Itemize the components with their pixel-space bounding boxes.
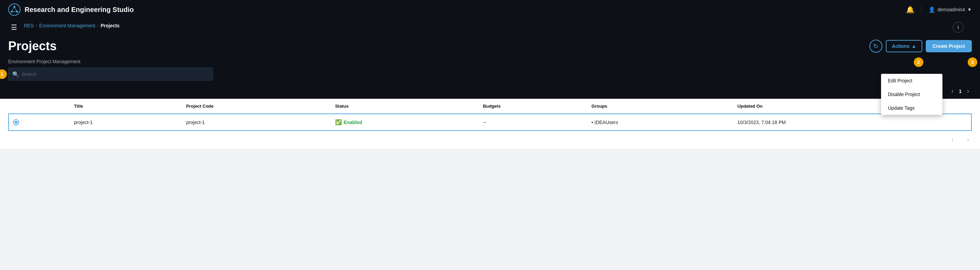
badge-1: 1 [0,69,7,79]
projects-table: Title Project Code Status Budgets Groups… [8,99,972,131]
page-number-top: 1 [959,88,962,94]
dropdown-update-tags[interactable]: Update Tags [881,101,942,115]
username: demoadmin4 [937,7,965,12]
user-menu[interactable]: 👤 demoadmin4 ▼ [929,6,972,13]
page-title: Projects [8,39,57,53]
page-number-bottom: 1 [959,137,962,143]
search-input[interactable] [8,68,213,81]
col-header-budgets: Budgets [479,99,587,114]
col-header-status: Status [331,99,479,114]
row-title: project-1 [70,114,182,131]
col-header-groups: Groups [587,99,733,114]
breadcrumb-arrow-1: › [36,23,37,28]
pagination-bottom: ‹ 1 › [0,131,980,149]
sub-header-wrapper: ☰ RES › Environment Management › Project… [0,19,980,59]
row-groups: •IDEAUsers [587,114,733,131]
search-icon: 🔍 [12,71,19,78]
sub-header: Projects ↻ Actions ▲ Create Project 2 [0,35,980,59]
badge-2: 2 [914,58,923,67]
user-caret: ▼ [967,7,972,12]
badge-3: 3 [968,58,977,67]
breadcrumb-res[interactable]: RES [24,23,34,28]
page-header-row: Projects ↻ Actions ▲ Create Project 2 [8,39,972,53]
info-button[interactable]: i [953,22,964,33]
logo-icon [8,3,21,16]
actions-dropdown: Edit Project Disable Project Update Tags [881,74,942,115]
prev-page-button-bottom[interactable]: ‹ [948,135,956,145]
hamburger-button[interactable]: ☰ [8,22,20,33]
table-header-row: Title Project Code Status Budgets Groups… [8,99,972,114]
check-circle-icon: ✅ [335,119,342,125]
page-description: Environment Project Management [8,59,972,64]
nav-divider [921,5,922,14]
search-input-wrap: 🔍 [8,68,213,81]
status-enabled: ✅ Enabled [335,119,475,125]
svg-line-4 [11,7,14,12]
breadcrumb: RES › Environment Management › Projects [24,23,119,28]
nav-right: 🔔 👤 demoadmin4 ▼ [906,5,972,14]
next-page-button-bottom[interactable]: › [964,135,972,145]
row-radio[interactable] [13,119,19,125]
row-project-code: project-1 [182,114,331,131]
row-budgets: -- [479,114,587,131]
radio-dot-inner [15,121,18,124]
svg-line-5 [14,7,17,12]
svg-point-0 [8,4,20,15]
pagination-top: ‹ 1 › [0,86,980,99]
header-actions: ↻ Actions ▲ Create Project 2 3 [869,40,972,53]
content-header: Environment Project Management 1 🔍 [0,59,980,86]
actions-button[interactable]: Actions ▲ [886,40,922,52]
dropdown-edit-project[interactable]: Edit Project [881,74,942,88]
main-content: Title Project Code Status Budgets Groups… [0,99,980,131]
nav-left: Research and Engineering Studio [8,3,134,16]
dropdown-disable-project[interactable]: Disable Project [881,88,942,101]
col-header-project-code: Project Code [182,99,331,114]
next-page-button-top[interactable]: › [964,86,972,96]
col-header-select [8,99,70,114]
actions-btn-wrapper: Actions ▲ [886,40,922,52]
actions-label: Actions [892,43,909,49]
prev-page-button-top[interactable]: ‹ [948,86,956,96]
row-updated-on: 10/3/2023, 7:04:18 PM [733,114,972,131]
top-nav: Research and Engineering Studio 🔔 👤 demo… [0,0,980,19]
bell-icon[interactable]: 🔔 [906,5,915,14]
user-icon: 👤 [929,6,935,13]
row-status: ✅ Enabled [331,114,479,131]
table-row[interactable]: project-1 project-1 ✅ Enabled -- •IDEAUs… [8,114,972,131]
app-title: Research and Engineering Studio [25,6,134,14]
nav-row: ☰ RES › Environment Management › Project… [0,19,980,35]
breadcrumb-arrow-2: › [97,23,99,28]
row-select[interactable] [8,114,70,131]
bullet-icon: • [591,120,593,125]
breadcrumb-current: Projects [101,23,119,28]
actions-caret: ▲ [912,43,916,49]
refresh-button[interactable]: ↻ [869,40,882,53]
col-header-title: Title [70,99,182,114]
create-project-button[interactable]: Create Project [926,40,972,52]
breadcrumb-env-mgmt[interactable]: Environment Management [39,23,95,28]
